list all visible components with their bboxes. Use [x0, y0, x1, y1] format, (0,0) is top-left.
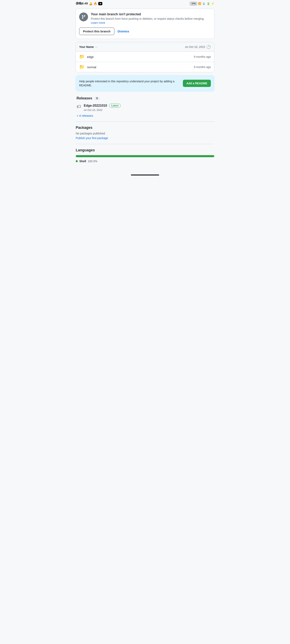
- dismiss-button[interactable]: Dismiss: [118, 30, 129, 33]
- releases-count-badge: 5: [94, 96, 100, 100]
- home-bar: [131, 174, 159, 176]
- divider-releases-packages: [76, 121, 214, 122]
- folder-icon-edge: 📁: [79, 54, 85, 59]
- languages-title: Languages: [76, 148, 214, 152]
- file-list-card: Your Name ··· on Oct 10, 2022 🕐 📁 edge 9…: [76, 42, 214, 72]
- file-name-normal: normal: [87, 66, 96, 69]
- release-name-row: Edge-20221010 Latest: [84, 104, 121, 108]
- desc-text: Protect this branch from force pushing o…: [91, 17, 204, 20]
- language-percent-shell: 100.0%: [88, 160, 97, 163]
- learn-more-link[interactable]: Learn more: [91, 21, 105, 24]
- release-info: Edge-20221010 Latest on Oct 10, 2022: [84, 104, 121, 112]
- status-bar: 傍晚6:49 🔔 🔥 ➜ VPN 📶 📡 🔋 ⚡: [73, 0, 217, 6]
- file-left-normal: 📁 normal: [79, 64, 96, 70]
- language-bar: [76, 155, 214, 157]
- releases-section: Releases 5 🏷 Edge-20221010 Latest on Oct…: [76, 96, 214, 117]
- card-actions: Protect this branch Dismiss: [79, 28, 211, 35]
- notification-icon: 🔔: [89, 2, 92, 5]
- date-text: on Oct 10, 2022: [185, 45, 205, 48]
- language-name-shell: Shell: [79, 160, 86, 163]
- charging-icon: ⚡: [211, 2, 214, 5]
- battery-icon: 🔋: [207, 2, 210, 5]
- main-content: Your main branch isn't protected Protect…: [73, 6, 217, 171]
- terminal-icon: ➜: [98, 2, 102, 5]
- history-icon[interactable]: 🕐: [206, 45, 211, 49]
- folder-icon-normal: 📁: [79, 64, 85, 70]
- file-time-edge: 9 months ago: [194, 55, 211, 58]
- release-name: Edge-20221010: [84, 104, 107, 108]
- protect-branch-button[interactable]: Protect this branch: [79, 28, 114, 35]
- file-row-edge[interactable]: 📁 edge 9 months ago: [76, 52, 214, 62]
- add-readme-button[interactable]: Add a README: [183, 80, 211, 87]
- home-indicator: [73, 171, 217, 178]
- commit-author-info: Your Name ···: [79, 45, 98, 48]
- card-title: Your main branch isn't protected: [91, 12, 211, 16]
- branch-protection-card: Your main branch isn't protected Protect…: [76, 9, 214, 39]
- languages-section: Languages Shell 100.0%: [76, 148, 214, 163]
- file-name-edge: edge: [87, 55, 94, 58]
- wifi-icon: 📡: [202, 2, 205, 5]
- readme-description: Help people interested in this repositor…: [79, 79, 180, 88]
- readme-card: Help people interested in this repositor…: [76, 76, 214, 91]
- file-row-normal[interactable]: 📁 normal 9 months ago: [76, 62, 214, 72]
- commit-message-dots: ···: [95, 45, 98, 48]
- hotspot-icon: 🔥: [94, 2, 97, 5]
- more-releases-link[interactable]: + 4 releases: [77, 114, 213, 117]
- card-header: Your main branch isn't protected Protect…: [79, 12, 211, 25]
- time-label: 傍晚6:49: [76, 2, 88, 6]
- packages-title: Packages: [76, 126, 214, 130]
- language-dot-shell: [76, 160, 78, 162]
- tag-icon: 🏷: [77, 104, 81, 109]
- releases-title: Releases: [77, 96, 92, 100]
- git-branch-svg: [81, 15, 86, 19]
- branch-icon: [79, 12, 88, 21]
- author-name: Your Name: [79, 45, 94, 48]
- status-time: 傍晚6:49 🔔 🔥 ➜: [76, 2, 102, 6]
- release-date: on Oct 10, 2022: [84, 108, 121, 112]
- commit-header: Your Name ··· on Oct 10, 2022 🕐: [76, 42, 214, 52]
- language-item-shell: Shell 100.0%: [76, 160, 214, 163]
- status-icons: VPN 📶 📡 🔋 ⚡: [190, 2, 214, 5]
- latest-badge: Latest: [109, 104, 121, 108]
- no-packages-text: No packages published: [76, 132, 214, 135]
- releases-title-row: Releases 5: [77, 96, 213, 100]
- commit-date: on Oct 10, 2022 🕐: [185, 45, 211, 49]
- file-time-normal: 9 months ago: [194, 66, 211, 69]
- card-description: Protect this branch from force pushing o…: [91, 17, 211, 25]
- card-text: Your main branch isn't protected Protect…: [91, 12, 211, 25]
- packages-section: Packages No packages published Publish y…: [76, 126, 214, 140]
- vpn-badge: VPN: [190, 2, 197, 5]
- release-item-latest[interactable]: 🏷 Edge-20221010 Latest on Oct 10, 2022: [77, 104, 213, 112]
- file-left-edge: 📁 edge: [79, 54, 94, 59]
- signal-icon: 📶: [198, 2, 201, 5]
- publish-package-link[interactable]: Publish your first package: [76, 136, 108, 140]
